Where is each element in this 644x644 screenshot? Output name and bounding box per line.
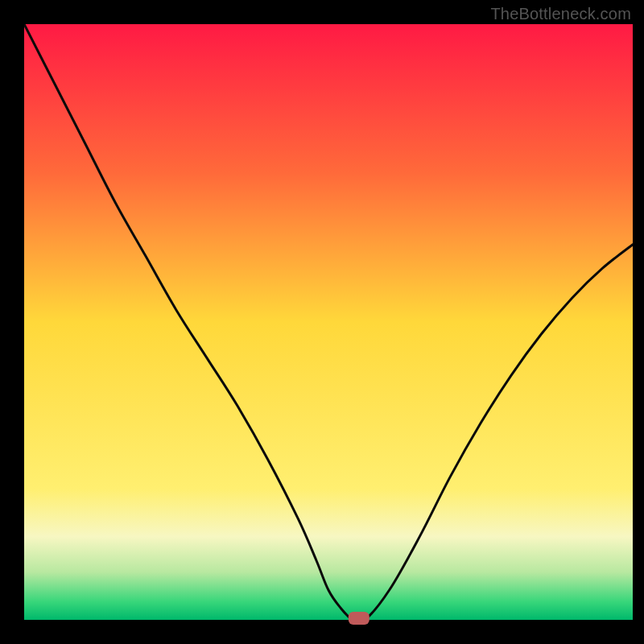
plot-background <box>24 24 633 620</box>
optimal-point-marker <box>349 612 369 625</box>
watermark-text: TheBottleneck.com <box>490 5 631 23</box>
bottleneck-chart <box>0 0 644 644</box>
chart-frame: TheBottleneck.com <box>0 0 644 644</box>
